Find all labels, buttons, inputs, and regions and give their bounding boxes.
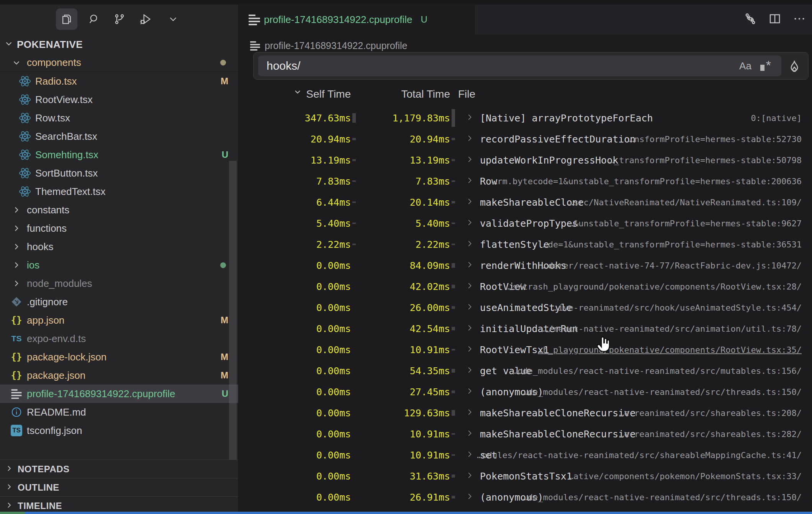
tree-item-radio-tsx[interactable]: Radio.tsxM (0, 72, 238, 90)
tree-item-app-json[interactable]: {}app.jsonM (0, 311, 238, 329)
expand-chevron-icon[interactable] (465, 492, 474, 502)
row-location[interactable]: …s/trash_playground/pokenative/component… (508, 282, 802, 291)
tree-item-constants[interactable]: constants (0, 201, 238, 219)
tree-item--gitignore[interactable]: .gitignore (0, 293, 238, 311)
chevron-down-icon[interactable] (162, 8, 184, 30)
tree-item-expo-env-d-ts[interactable]: TSexpo-env.d.ts (0, 329, 238, 348)
tree-item-functions[interactable]: functions (0, 219, 238, 237)
tab-cpuprofile[interactable]: profile-1741689314922.cpuprofile U (239, 5, 476, 34)
row-location[interactable]: …de_modules/react-native-reanimated/src/… (523, 387, 802, 396)
tree-item-themedtext-tsx[interactable]: ThemedText.tsx (0, 182, 238, 201)
profile-row[interactable]: 347.63ms1,179.83ms[Native] arrayPrototyp… (239, 107, 812, 128)
expand-chevron-icon[interactable] (465, 471, 474, 481)
profile-row[interactable]: 5.40ms5.40msvalidatePropTypes…&unstable_… (239, 213, 812, 234)
row-location[interactable]: …ative/components/pokemon/PokemonStats.t… (568, 471, 802, 481)
expand-chevron-icon[interactable] (465, 176, 474, 186)
split-editor-icon[interactable] (768, 12, 782, 27)
row-location[interactable]: …h_playground/pokenative/components/Root… (538, 345, 802, 354)
expand-chevron-icon[interactable] (465, 345, 474, 355)
sidebar-scrollbar[interactable] (229, 161, 237, 467)
tree-item-readme-md[interactable]: README.md (0, 403, 238, 421)
tree-item-components[interactable]: components (0, 54, 238, 72)
tree-item-package-json[interactable]: {}package.jsonM (0, 366, 238, 385)
search-icon[interactable] (83, 8, 105, 30)
row-location[interactable]: …ive-reanimated/src/hook/useAnimatedStyl… (553, 303, 802, 312)
row-location[interactable]: …src/NativeReanimated/NativeReanimated.t… (568, 197, 802, 207)
row-location[interactable]: …rm.bytecode=1&unstable_transformProfile… (492, 176, 802, 186)
expand-chevron-icon[interactable] (465, 429, 474, 439)
row-location[interactable]: …odules/react-native-reanimated/src/shar… (477, 450, 802, 460)
row-location[interactable]: …ode_modules/react-native-reanimated/src… (512, 366, 802, 375)
row-location[interactable]: …e-reanimated/src/shareables.ts:282/ (619, 429, 802, 439)
explorer-icon[interactable] (56, 8, 77, 30)
row-location[interactable]: …/react-native-reanimated/src/animation/… (543, 324, 802, 333)
status-remote-indicator[interactable] (0, 512, 25, 514)
expand-chevron-icon[interactable] (465, 324, 474, 334)
expand-chevron-icon[interactable] (465, 260, 474, 270)
profile-row[interactable]: 0.00ms42.02msRootView…s/trash_playground… (239, 276, 812, 297)
tree-item-hooks[interactable]: hooks (0, 237, 238, 256)
expand-chevron-icon[interactable] (465, 450, 474, 460)
expand-chevron-icon[interactable] (465, 197, 474, 207)
row-location[interactable]: …e-reanimated/src/shareables.ts:208/ (619, 408, 802, 417)
profile-row[interactable]: 0.00ms27.45ms(anonymous)…de_modules/reac… (239, 381, 812, 402)
tree-item-ios[interactable]: ios (0, 256, 238, 274)
expand-chevron-icon[interactable] (465, 218, 474, 228)
column-header-self-time[interactable]: Self Time (239, 88, 351, 100)
source-control-icon[interactable] (109, 8, 130, 30)
expand-chevron-icon[interactable] (465, 113, 474, 123)
tree-item-tsconfig-json[interactable]: TStsconfig.json (0, 421, 238, 440)
expand-chevron-icon[interactable] (465, 387, 474, 397)
expand-chevron-icon[interactable] (465, 366, 474, 376)
profile-row[interactable]: 0.00ms10.91msset…odules/react-native-rea… (239, 444, 812, 465)
profile-row[interactable]: 2.22ms2.22msflattenStyle…de=1&unstable_t… (239, 234, 812, 255)
tree-item-profile-1741689314922-cpuprofile[interactable]: profile-1741689314922.cpuprofileU (0, 385, 238, 403)
status-bar[interactable] (0, 512, 812, 514)
profile-row[interactable]: 0.00ms26.91ms(anonymous)…de_modules/reac… (239, 486, 812, 507)
expand-chevron-icon[interactable] (465, 134, 474, 144)
tree-item-somehting-tsx[interactable]: Somehting.tsxU (0, 146, 238, 164)
panel-header-outline[interactable]: OUTLINE (0, 478, 238, 497)
profile-row[interactable]: 13.19ms13.19msupdateWorkInProgressHook…_… (239, 149, 812, 170)
row-location[interactable]: …de_modules/react-native-reanimated/src/… (523, 492, 802, 502)
expand-chevron-icon[interactable] (465, 408, 474, 418)
expand-chevron-icon[interactable] (465, 239, 474, 249)
profile-row[interactable]: 6.44ms20.14msmakeShareableClone…src/Nati… (239, 192, 812, 213)
profile-row[interactable]: 0.00ms54.35msget value…ode_modules/react… (239, 360, 812, 381)
flame-chart-toggle-icon[interactable] (786, 58, 803, 75)
profile-row[interactable]: 0.00ms10.91msmakeShareableCloneRecursive… (239, 423, 812, 444)
tree-item-rootview-tsx[interactable]: RootView.tsx (0, 90, 238, 109)
tree-item-node-modules[interactable]: node_modules (0, 274, 238, 293)
tree-item-row-tsx[interactable]: Row.tsx (0, 109, 238, 127)
column-header-file[interactable]: File (458, 88, 475, 100)
regex-toggle-icon[interactable]: * (757, 56, 774, 76)
profile-row[interactable]: 20.94ms20.94msrecordPassiveEffectDuratio… (239, 128, 812, 149)
tree-item-searchbar-tsx[interactable]: SearchBar.tsx (0, 127, 238, 146)
tree-item-package-lock-json[interactable]: {}package-lock.jsonM (0, 348, 238, 366)
profile-row[interactable]: 0.00ms10.91msRootViewTsx1…h_playground/p… (239, 339, 812, 360)
expand-chevron-icon[interactable] (465, 155, 474, 165)
filter-input[interactable]: hooks/ Aa * (258, 56, 781, 76)
tree-item-sortbutton-tsx[interactable]: SortButton.tsx (0, 164, 238, 182)
expand-chevron-icon[interactable] (465, 282, 474, 291)
profile-row[interactable]: 0.00ms42.54msinitialUpdaterRun…/react-na… (239, 318, 812, 339)
column-header-total-time[interactable]: Total Time (361, 88, 450, 100)
project-section-header[interactable]: POKENATIVE (0, 35, 238, 54)
row-location[interactable]: …_transformProfile=hermes-stable:50798 (609, 155, 802, 165)
profile-row[interactable]: 0.00ms129.63msmakeShareableCloneRecursiv… (239, 402, 812, 423)
run-debug-icon[interactable] (135, 8, 156, 30)
row-location[interactable]: …&unstable_transformProfile=hermes-stabl… (568, 218, 802, 228)
expand-chevron-icon[interactable] (465, 303, 474, 313)
compare-icon[interactable] (743, 12, 757, 27)
profile-row[interactable]: 0.00ms84.09msrenderWithHooks…derer/react… (239, 255, 812, 276)
row-location[interactable]: …de=1&unstable_transformProfile=hermes-s… (543, 239, 802, 249)
profile-row[interactable]: 0.00ms26.00msuseAnimatedStyle…ive-reanim… (239, 297, 812, 318)
profile-row[interactable]: 7.83ms7.83msRow…rm.bytecode=1&unstable_t… (239, 170, 812, 192)
more-actions-icon[interactable] (792, 12, 806, 27)
panel-header-notepads[interactable]: NOTEPADS (0, 460, 238, 478)
profile-row[interactable]: 0.00ms31.63msPokemonStatsTsx1…ative/comp… (239, 465, 812, 486)
match-case-toggle[interactable]: Aa (737, 56, 754, 76)
row-location[interactable]: …derer/react-native-74-77/ReactFabric-de… (543, 260, 802, 270)
row-location[interactable]: 0:[native] (751, 113, 802, 123)
row-location[interactable]: …nsformProfile=hermes-stable:52730 (629, 134, 802, 144)
